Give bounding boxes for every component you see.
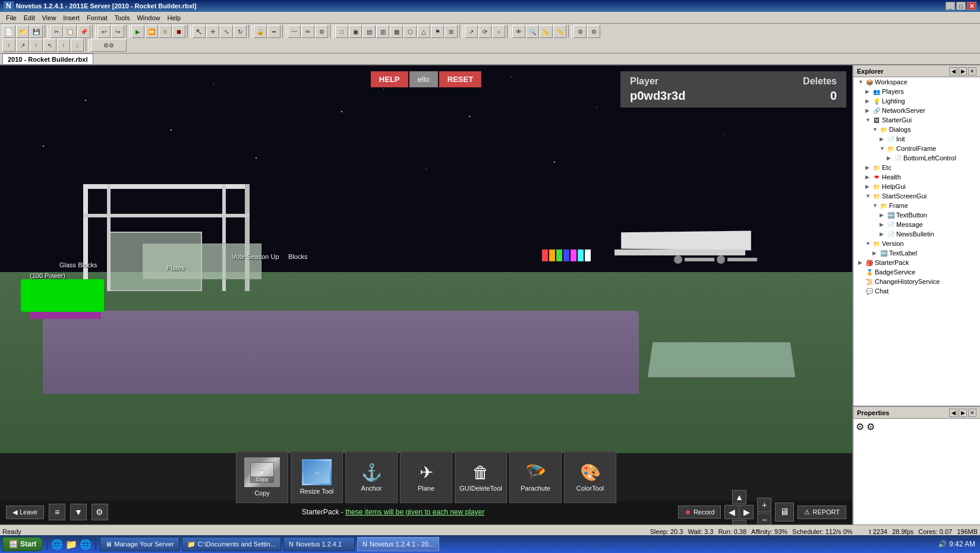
tree-workspace[interactable]: ▼ 📦 Workspace xyxy=(853,77,980,87)
prop-icon-1[interactable]: ⚙ xyxy=(856,421,864,432)
tb-r2[interactable]: ↗ xyxy=(16,39,29,52)
tb-view1[interactable]: 👁 xyxy=(512,25,525,38)
taskbar-folder-icon[interactable]: 📁 xyxy=(65,539,77,550)
tb-copy[interactable]: 📋 xyxy=(64,25,77,38)
tree-starterpack[interactable]: ▶ 🎒 StarterPack xyxy=(853,258,980,267)
tree-lighting[interactable]: ▶ 💡 Lighting xyxy=(853,96,980,106)
tb-insert6[interactable]: ⬡ xyxy=(404,25,417,38)
down-icon-btn[interactable]: ▼ xyxy=(70,504,87,520)
menu-file[interactable]: File xyxy=(2,13,20,23)
menu-edit[interactable]: Edit xyxy=(20,13,39,23)
menu-tools[interactable]: Tools xyxy=(111,13,134,23)
expand-startergui[interactable]: ▼ xyxy=(865,117,872,123)
tree-badgeservice[interactable]: 🏅 BadgeService xyxy=(853,267,980,277)
reset-button[interactable]: RESET xyxy=(439,71,481,87)
tool-copy[interactable]: 📋 Copy Copy xyxy=(236,451,288,503)
menu-view[interactable]: View xyxy=(39,13,60,23)
tb-run[interactable]: ▶ xyxy=(131,25,144,38)
tree-startergui[interactable]: ▼ 🖼 StarterGui xyxy=(853,115,980,125)
tb-redo[interactable]: ↪ xyxy=(111,25,124,38)
tb-snap1[interactable]: ↗ xyxy=(465,25,478,38)
record-button[interactable]: ⏺ Record xyxy=(678,505,721,519)
main-tab[interactable]: 2010 - Rocket Builder.rbxl xyxy=(2,53,93,64)
explorer-pin-btn[interactable]: ◀ xyxy=(949,67,957,75)
properties-float-btn[interactable]: ▶ xyxy=(959,409,967,417)
tb-tool1[interactable]: 🔒 xyxy=(254,25,267,38)
tool-plane[interactable]: ✈ Plane xyxy=(400,451,452,503)
tree-changehistoryservice[interactable]: 📜 ChangeHistoryService xyxy=(853,277,980,286)
tb-cut[interactable]: ✂ xyxy=(50,25,63,38)
tree-startscreengui[interactable]: ▼ 📁 StartScreenGui xyxy=(853,191,980,201)
tb-insert3[interactable]: ▤ xyxy=(363,25,376,38)
ello-button[interactable]: ello xyxy=(409,71,438,87)
expand-startscreengui[interactable]: ▼ xyxy=(865,193,872,199)
tree-health[interactable]: ▶ ❤ Health xyxy=(853,172,980,182)
expand-players[interactable]: ▶ xyxy=(865,89,872,94)
taskbar-novetus[interactable]: N Novetus 1.2.4.1 xyxy=(283,537,355,551)
tb-r5[interactable]: ↑ xyxy=(57,39,70,52)
tree-init[interactable]: ▶ 📄 Init xyxy=(853,134,980,144)
menu-help[interactable]: Help xyxy=(164,13,185,23)
tb-view3[interactable]: 📐 xyxy=(540,25,553,38)
minimize-button[interactable]: _ xyxy=(946,2,955,10)
zoom-in-btn[interactable]: + xyxy=(757,498,771,512)
tool-resize[interactable]: ↔ Resize Tool xyxy=(291,451,343,503)
tb-r7[interactable]: ⚙⚙ xyxy=(91,39,127,52)
tree-players[interactable]: ▶ 👥 Players xyxy=(853,87,980,96)
expand-workspace[interactable]: ▼ xyxy=(858,79,865,85)
start-button[interactable]: 🪟 Start xyxy=(2,537,43,551)
menu-window[interactable]: Window xyxy=(133,13,163,23)
screenshot-button[interactable]: 🖥 xyxy=(775,503,794,522)
expand-frame[interactable]: ▼ xyxy=(872,203,880,208)
tb-r4[interactable]: ↖ xyxy=(43,39,56,52)
expand-etc[interactable]: ▶ xyxy=(865,165,872,170)
tb-save[interactable]: 💾 xyxy=(30,25,43,38)
tb-insert7[interactable]: △ xyxy=(417,25,430,38)
tree-frame[interactable]: ▼ 📁 Frame xyxy=(853,201,980,210)
nav-down-btn[interactable]: ▼ xyxy=(732,520,746,524)
tb-move[interactable]: ✛ xyxy=(206,25,219,38)
expand-textbutton[interactable]: ▶ xyxy=(880,212,887,218)
tb-stop[interactable]: ⏹ xyxy=(172,25,185,38)
expand-health[interactable]: ▶ xyxy=(865,174,872,180)
taskbar-manage-server[interactable]: 🖥 Manage Your Server xyxy=(100,537,179,551)
tb-r6[interactable]: ↓ xyxy=(71,39,84,52)
tb-view2[interactable]: 🔍 xyxy=(526,25,539,38)
tree-etc[interactable]: ▶ 📁 Etc xyxy=(853,163,980,172)
tb-scale[interactable]: ⤡ xyxy=(220,25,233,38)
expand-helpgui[interactable]: ▶ xyxy=(865,184,872,189)
tb-r1[interactable]: ↑ xyxy=(2,39,15,52)
tool-anchor[interactable]: ⚓ Anchor xyxy=(345,451,398,503)
tb-insert4[interactable]: ▥ xyxy=(376,25,389,38)
tree-newsbulletin[interactable]: ▶ 📄 NewsBulletin xyxy=(853,229,980,239)
taskbar-browser-icon[interactable]: 🌐 xyxy=(80,539,92,550)
expand-dialogs[interactable]: ▼ xyxy=(872,127,880,132)
nav-left-btn[interactable]: ◀ xyxy=(724,505,739,519)
taskbar-ie-icon[interactable]: 🌐 xyxy=(51,539,63,550)
tb-snap2[interactable]: ⟳ xyxy=(478,25,491,38)
tree-controlframe[interactable]: ▼ 📁 ControlFrame xyxy=(853,144,980,153)
tree-dialogs[interactable]: ▼ 📁 Dialogs xyxy=(853,125,980,134)
tool-color[interactable]: 🎨 ColorTool xyxy=(564,451,616,503)
report-button[interactable]: ⚠ REPORT xyxy=(798,505,846,519)
menu-insert[interactable]: Insert xyxy=(59,13,83,23)
tb-open[interactable]: 📂 xyxy=(16,25,29,38)
tb-insert1[interactable]: □ xyxy=(335,25,348,38)
expand-newsbulletin[interactable]: ▶ xyxy=(880,231,887,237)
expand-version[interactable]: ▼ xyxy=(865,241,872,247)
tb-run-start[interactable]: ⏩ xyxy=(145,25,158,38)
tree-message[interactable]: ▶ 📄 Message xyxy=(853,220,980,229)
viewport[interactable]: Glass Blocks Plates Vote Season Up Block… xyxy=(0,65,852,524)
tb-more1[interactable]: ⚙ xyxy=(573,25,587,38)
expand-controlframe[interactable]: ▼ xyxy=(880,146,887,151)
tool-gui-delete[interactable]: 🗑 GUIDeleteTool xyxy=(455,451,507,503)
expand-message[interactable]: ▶ xyxy=(880,222,887,227)
tb-terrain3[interactable]: ⚙ xyxy=(315,25,328,38)
explorer-tree[interactable]: ▼ 📦 Workspace ▶ 👥 Players ▶ 💡 Lighting xyxy=(853,77,980,406)
leave-button[interactable]: ◀ Leave xyxy=(6,505,44,519)
menu-format[interactable]: Format xyxy=(83,13,111,23)
tree-networkserver[interactable]: ▶ 🔗 NetworkServer xyxy=(853,106,980,115)
tb-tool2[interactable]: ━ xyxy=(267,25,281,38)
tree-version[interactable]: ▼ 📁 Version xyxy=(853,239,980,248)
tb-insert2[interactable]: ▣ xyxy=(349,25,362,38)
